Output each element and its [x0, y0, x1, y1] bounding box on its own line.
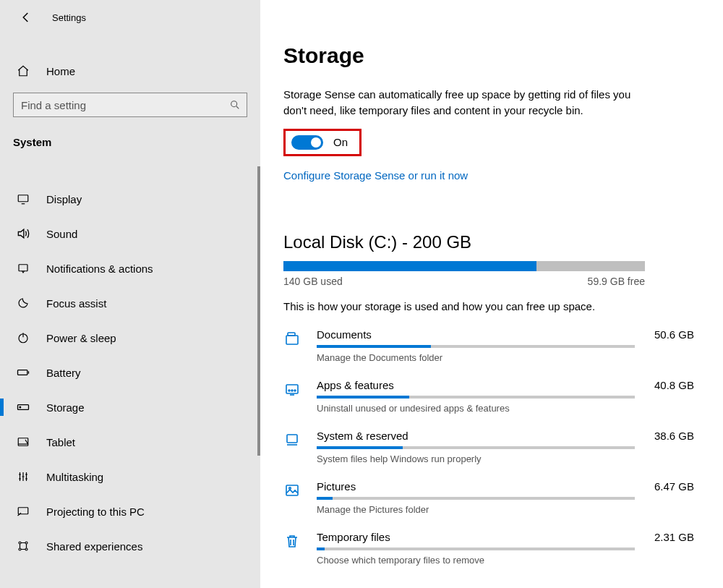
category-bar: [317, 547, 635, 550]
apps-icon: [283, 380, 302, 399]
notifications-icon: [16, 261, 30, 276]
category-size: 50.6 GB: [654, 328, 694, 341]
storage-sense-desc: Storage Sense can automatically free up …: [283, 87, 652, 119]
sidebar-item-label: Sound: [46, 228, 77, 240]
sidebar-scrollbar[interactable]: [257, 166, 260, 456]
search-icon: [229, 99, 241, 111]
multitasking-icon: [16, 469, 30, 484]
sidebar-item-label: Display: [46, 193, 82, 205]
home-label: Home: [46, 65, 75, 77]
app-title: Settings: [52, 12, 86, 23]
home-icon: [16, 64, 30, 78]
svg-point-17: [291, 390, 293, 391]
sidebar-nav: DisplaySoundNotifications & actionsFocus…: [0, 182, 260, 563]
category-apps[interactable]: Apps & features40.8 GBUninstall unused o…: [283, 379, 694, 414]
disk-free-label: 59.9 GB free: [588, 276, 645, 287]
sidebar: Settings Home System DisplaySoundNotific…: [0, 0, 260, 588]
page-title: Storage: [283, 43, 694, 68]
svg-rect-2: [19, 265, 27, 271]
category-sub: Manage the Documents folder: [317, 352, 694, 363]
category-temp[interactable]: Temporary files2.31 GBChoose which tempo…: [283, 531, 694, 566]
back-icon[interactable]: [19, 10, 33, 25]
category-bar-fill: [317, 345, 431, 348]
sidebar-item-notifications[interactable]: Notifications & actions: [0, 251, 260, 286]
shared-icon: [16, 539, 30, 553]
category-list: Documents50.6 GBManage the Documents fol…: [283, 328, 694, 566]
category-bar: [317, 497, 635, 500]
sidebar-item-power[interactable]: Power & sleep: [0, 320, 260, 355]
battery-icon: [16, 365, 30, 380]
sidebar-item-label: Projecting to this PC: [46, 506, 145, 518]
category-bar-fill: [317, 396, 409, 399]
category-bar: [317, 396, 635, 399]
disk-description: This is how your storage is used and how…: [283, 300, 694, 312]
sidebar-item-label: Multitasking: [46, 471, 103, 483]
category-name: Apps & features: [317, 379, 394, 391]
sidebar-item-label: Storage: [46, 401, 85, 414]
category-name: Temporary files: [317, 531, 390, 543]
power-icon: [16, 331, 30, 345]
group-title: System: [0, 124, 260, 161]
focus-icon: [16, 296, 30, 310]
svg-rect-20: [286, 485, 298, 495]
storage-icon: [16, 400, 30, 414]
category-size: 6.47 GB: [654, 480, 694, 493]
disk-usage-bar: [283, 261, 645, 271]
sidebar-item-projecting[interactable]: Projecting to this PC: [0, 494, 260, 529]
sidebar-item-sound[interactable]: Sound: [0, 216, 260, 251]
sidebar-item-multitasking[interactable]: Multitasking: [0, 459, 260, 494]
category-sub: System files help Windows run properly: [317, 453, 694, 464]
category-size: 38.6 GB: [654, 430, 694, 442]
svg-point-6: [20, 406, 21, 408]
storage-sense-toggle[interactable]: [291, 135, 323, 150]
svg-point-12: [25, 548, 27, 550]
disk-usage-fill: [283, 261, 536, 271]
home-link[interactable]: Home: [0, 56, 260, 85]
sidebar-item-tablet[interactable]: Tablet: [0, 425, 260, 459]
sidebar-item-label: Shared experiences: [46, 540, 142, 553]
disk-title: Local Disk (C:) - 200 GB: [283, 232, 694, 252]
svg-rect-1: [18, 195, 28, 202]
category-size: 2.31 GB: [654, 531, 694, 543]
svg-point-10: [25, 542, 27, 544]
system-icon: [283, 431, 302, 450]
toggle-state-label: On: [333, 136, 348, 148]
disk-used-label: 140 GB used: [283, 276, 343, 287]
toggle-highlight: On: [283, 129, 362, 156]
svg-rect-8: [18, 508, 28, 514]
sidebar-item-display[interactable]: Display: [0, 182, 260, 216]
sidebar-item-label: Tablet: [46, 436, 75, 448]
configure-link[interactable]: Configure Storage Sense or run it now: [283, 169, 468, 182]
tablet-icon: [16, 435, 30, 449]
category-bar-fill: [317, 547, 325, 550]
sidebar-item-focus[interactable]: Focus assist: [0, 286, 260, 320]
svg-rect-13: [286, 336, 298, 344]
svg-point-0: [231, 101, 237, 107]
svg-point-16: [288, 390, 290, 391]
svg-point-11: [19, 548, 21, 550]
sidebar-item-label: Battery: [46, 367, 81, 379]
documents-icon: [283, 330, 302, 349]
svg-rect-19: [287, 435, 297, 443]
category-bar: [317, 345, 635, 348]
sidebar-item-label: Focus assist: [46, 297, 106, 310]
category-bar-fill: [317, 497, 333, 500]
category-sub: Uninstall unused or undesired apps & fea…: [317, 403, 694, 414]
svg-point-9: [19, 542, 21, 544]
category-documents[interactable]: Documents50.6 GBManage the Documents fol…: [283, 328, 694, 363]
sidebar-item-battery[interactable]: Battery: [0, 355, 260, 390]
category-sub: Choose which temporary files to remove: [317, 555, 694, 566]
svg-rect-15: [286, 385, 298, 393]
category-bar: [317, 446, 635, 449]
sidebar-item-shared[interactable]: Shared experiences: [0, 529, 260, 563]
category-size: 40.8 GB: [654, 379, 694, 391]
projecting-icon: [16, 504, 30, 519]
category-name: Pictures: [317, 480, 356, 493]
search-input[interactable]: [13, 93, 247, 117]
sidebar-item-storage[interactable]: Storage: [0, 390, 260, 425]
category-system[interactable]: System & reserved38.6 GBSystem files hel…: [283, 430, 694, 464]
sound-icon: [16, 226, 30, 241]
category-bar-fill: [317, 446, 403, 449]
search-field[interactable]: [21, 99, 229, 111]
category-pictures[interactable]: Pictures6.47 GBManage the Pictures folde…: [283, 480, 694, 515]
